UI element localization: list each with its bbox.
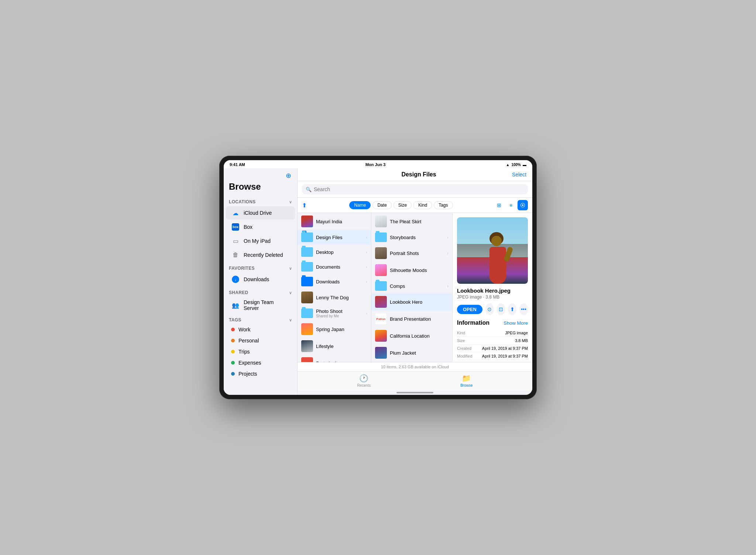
file-name: Spring Japan bbox=[316, 327, 367, 332]
list-item[interactable]: Lifestyle bbox=[298, 338, 371, 355]
bottom-status: 10 items, 2.63 GB available on iCloud bbox=[298, 362, 532, 371]
sidebar-item-icloud[interactable]: ☁ iCloud Drive bbox=[226, 206, 295, 220]
work-tag-dot bbox=[231, 328, 235, 331]
search-input[interactable] bbox=[314, 186, 524, 192]
list-item[interactable]: Lenny The Dog bbox=[298, 289, 371, 306]
sidebar-item-work[interactable]: Work bbox=[226, 324, 295, 335]
list-view-button[interactable]: ≡ bbox=[506, 200, 516, 210]
grid-view-button[interactable]: ⊞ bbox=[494, 200, 504, 210]
chevron-icon: › bbox=[366, 265, 367, 269]
list-item[interactable]: Desktop › bbox=[298, 245, 371, 259]
tags-section-header: Tags ∨ bbox=[224, 314, 297, 324]
filter-name[interactable]: Name bbox=[349, 201, 371, 209]
tags-label: Tags bbox=[229, 317, 241, 323]
chevron-icon: › bbox=[447, 284, 449, 288]
select-button[interactable]: Select bbox=[512, 172, 526, 177]
locations-label: Locations bbox=[229, 199, 255, 204]
ipad-icon: ▭ bbox=[233, 238, 238, 245]
filter-kind[interactable]: Kind bbox=[413, 201, 432, 209]
upload-icon: ⬆ bbox=[302, 202, 307, 209]
list-item[interactable]: Mayuri India bbox=[298, 213, 371, 230]
sidebar-item-expenses[interactable]: Expenses bbox=[226, 358, 295, 368]
show-more-button[interactable]: Show More bbox=[504, 320, 528, 326]
person-action-button[interactable]: ⊙ bbox=[485, 303, 494, 315]
list-item[interactable]: Photo Shoot Shared by Me › bbox=[298, 306, 371, 321]
nav-browse[interactable]: 📁 Browse bbox=[460, 374, 472, 387]
info-val: JPEG image bbox=[481, 331, 528, 335]
filter-date[interactable]: Date bbox=[372, 201, 391, 209]
file-name: Desktop bbox=[316, 249, 363, 255]
downloads-icon: ↓ bbox=[232, 276, 239, 283]
home-indicator bbox=[396, 392, 433, 393]
list-item[interactable]: Spring Japan bbox=[298, 321, 371, 338]
preview-image bbox=[457, 217, 528, 284]
file-name: The Pleat Skirt bbox=[390, 219, 449, 224]
preview-panel: Lookbook Hero.jpeg JPEG image · 3.8 MB O… bbox=[453, 213, 532, 362]
filter-tags-btn[interactable]: Tags bbox=[434, 201, 453, 209]
file-name: Comps bbox=[390, 283, 444, 289]
view-icons: ⊞ ≡ ⦿ bbox=[494, 200, 528, 210]
list-item[interactable]: Portrait Shots › bbox=[371, 245, 452, 262]
trips-tag-dot bbox=[231, 350, 235, 354]
header-title: Design Files bbox=[326, 171, 512, 178]
file-name: Plum Jacket bbox=[390, 350, 449, 356]
list-item[interactable]: Comps › bbox=[371, 279, 452, 293]
list-item[interactable]: Downloads › bbox=[298, 274, 371, 289]
info-val: April 19, 2019 at 9:37 PM bbox=[481, 346, 528, 351]
browse-icon: 📁 bbox=[462, 374, 471, 383]
sidebar-item-downloads[interactable]: ↓ Downloads bbox=[226, 273, 295, 286]
filter-size[interactable]: Size bbox=[394, 201, 412, 209]
sidebar-item-ipad[interactable]: ▭ On My iPad bbox=[226, 234, 295, 248]
file-subtitle: Shared by Me bbox=[316, 314, 363, 318]
battery-icon: ▬ bbox=[523, 163, 526, 167]
list-item[interactable]: The Pleat Skirt bbox=[371, 213, 452, 230]
locations-section-header: Locations ∨ bbox=[224, 196, 297, 206]
sidebar-item-personal[interactable]: Personal bbox=[226, 335, 295, 346]
chevron-icon: › bbox=[447, 251, 449, 255]
browse-label: Browse bbox=[460, 383, 472, 387]
locations-chevron: ∨ bbox=[289, 200, 292, 204]
status-time: 9:41 AM bbox=[230, 162, 245, 167]
list-item[interactable]: Design Files › bbox=[298, 230, 371, 245]
info-section-header: Information Show More bbox=[457, 320, 528, 326]
list-item[interactable]: Party Invite bbox=[298, 355, 371, 362]
nav-recents[interactable]: 🕐 Recents bbox=[357, 374, 371, 387]
box-icon: box bbox=[232, 223, 239, 231]
list-item[interactable]: Storyboards › bbox=[371, 230, 452, 245]
list-item[interactable]: Patton Brand Presentation bbox=[371, 310, 452, 327]
preview-actions: OPEN ⊙ ⊡ ⬆ ••• bbox=[457, 303, 528, 315]
list-item[interactable]: Documents › bbox=[298, 259, 371, 274]
list-item[interactable]: Silhouette Moods bbox=[371, 262, 452, 279]
info-key: Size bbox=[457, 338, 481, 343]
search-icon: 🔍 bbox=[306, 187, 312, 192]
sidebar-item-trips[interactable]: Trips bbox=[226, 347, 295, 357]
sidebar: ⊕ Browse Locations ∨ ☁ iCloud Drive box bbox=[224, 168, 298, 395]
recents-label: Recents bbox=[357, 383, 371, 387]
sidebar-item-server[interactable]: 👥 Design Team Server bbox=[226, 297, 295, 313]
sidebar-item-deleted[interactable]: 🗑 Recently Deleted bbox=[226, 248, 295, 262]
sidebar-item-downloads-label: Downloads bbox=[244, 276, 269, 282]
sidebar-item-projects[interactable]: Projects bbox=[226, 369, 295, 379]
search-input-wrap[interactable]: 🔍 bbox=[302, 184, 528, 194]
copy-action-button[interactable]: ⊡ bbox=[497, 303, 505, 315]
share-action-button[interactable]: ⬆ bbox=[508, 303, 516, 315]
content-header: Design Files Select bbox=[298, 168, 532, 181]
column-view-button[interactable]: ⦿ bbox=[518, 200, 528, 210]
list-item[interactable]: California Location bbox=[371, 327, 452, 344]
sidebar-item-box-label: Box bbox=[244, 224, 252, 230]
list-item[interactable]: Plum Jacket bbox=[371, 344, 452, 361]
info-row-kind: Kind JPEG image bbox=[457, 329, 528, 337]
file-name: Mayuri India bbox=[316, 219, 367, 224]
more-action-button[interactable]: ••• bbox=[519, 303, 528, 315]
more-button[interactable]: ⊕ bbox=[284, 171, 293, 180]
file-name: California Location bbox=[390, 333, 449, 339]
favorites-label: Favorites bbox=[229, 266, 255, 271]
open-button[interactable]: OPEN bbox=[457, 305, 482, 314]
shared-label: Shared bbox=[229, 290, 248, 295]
filter-tags: Name Date Size Kind Tags bbox=[310, 201, 492, 209]
file-columns: Mayuri India Design Files › bbox=[298, 213, 532, 362]
wifi-icon: ▲ bbox=[506, 163, 510, 167]
list-item[interactable]: Lookbook Hero bbox=[371, 293, 452, 310]
file-name: Lookbook Hero bbox=[390, 299, 449, 305]
sidebar-item-box[interactable]: box Box bbox=[226, 220, 295, 234]
